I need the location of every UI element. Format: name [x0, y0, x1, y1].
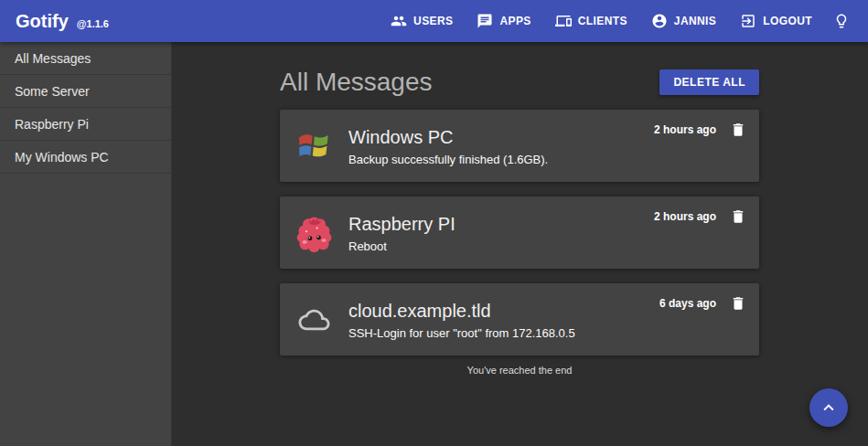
sidebar-item-label: My Windows PC [15, 150, 109, 165]
nav-item-label: USERS [413, 15, 453, 27]
devices-icon [555, 13, 572, 29]
nav-item-label: LOGOUT [763, 15, 812, 27]
nav-item-logout[interactable]: LOGOUT [728, 0, 824, 42]
sidebar-item-all-messages[interactable]: All Messages [0, 42, 171, 75]
windows-logo-icon [295, 126, 334, 165]
sidebar-item-label: Some Server [15, 84, 90, 99]
theme-toggle-button[interactable] [824, 0, 855, 42]
message-title: Windows PC [348, 127, 548, 148]
delete-all-button[interactable]: DELETE ALL [659, 69, 759, 95]
nav-item-label: CLIENTS [578, 15, 627, 27]
message-texts: cloud.example.tld SSH-Login for user "ro… [348, 299, 575, 340]
top-navbar: Gotify @1.1.6 USERS APPS CLIENTS JANNIS … [0, 0, 868, 42]
users-icon [391, 13, 407, 29]
sidebar-item-my-windows-pc[interactable]: My Windows PC [0, 141, 171, 174]
chat-icon [477, 13, 493, 29]
lightbulb-icon [833, 13, 850, 29]
message-texts: Windows PC Backup successfully finished … [348, 125, 548, 166]
message-texts: Raspberry PI Reboot [348, 212, 455, 253]
sidebar-item-label: All Messages [15, 51, 91, 66]
message-timestamp: 6 days ago [659, 297, 716, 310]
message-meta: 6 days ago [659, 295, 746, 312]
message-body: SSH-Login for user "root" from 172.168.0… [348, 326, 575, 340]
page-header: All Messages DELETE ALL [280, 65, 759, 99]
main-area: All Messages DELETE ALL Windows PC Backu… [172, 42, 868, 446]
nav-item-user-jannis[interactable]: JANNIS [639, 0, 728, 42]
message-card-raspberry-pi: Raspberry PI Reboot 2 hours ago [280, 196, 759, 269]
sidebar-item-some-server[interactable]: Some Server [0, 75, 171, 108]
message-title: cloud.example.tld [348, 301, 575, 322]
message-card-windows-pc: Windows PC Backup successfully finished … [280, 110, 759, 182]
sidebar-item-raspberry-pi[interactable]: Raspberry Pi [0, 108, 171, 141]
message-body: Backup successfully finished (1.6GB). [348, 153, 548, 166]
nav-item-apps[interactable]: APPS [465, 0, 542, 42]
nav-item-clients[interactable]: CLIENTS [543, 0, 639, 42]
account-circle-icon [651, 13, 668, 29]
end-of-list-text: You've reached the end [280, 365, 759, 376]
delete-message-button[interactable] [730, 295, 746, 312]
message-timestamp: 2 hours ago [654, 123, 716, 136]
navbar-actions: USERS APPS CLIENTS JANNIS LOGOUT [379, 0, 855, 42]
nav-item-label: JANNIS [674, 15, 716, 27]
raspberry-icon [295, 213, 334, 252]
scroll-to-top-button[interactable] [809, 388, 848, 427]
nav-item-label: APPS [499, 15, 530, 27]
message-timestamp: 2 hours ago [654, 210, 716, 223]
delete-trash-icon [730, 122, 746, 138]
server-sidebar: All Messages Some Server Raspberry Pi My… [0, 42, 172, 446]
logout-icon [740, 13, 756, 29]
delete-trash-icon [730, 208, 746, 225]
scroll-top-chevron-icon [819, 398, 839, 418]
delete-message-button[interactable] [730, 208, 746, 225]
app-title: Gotify [16, 11, 69, 32]
cloud-icon [295, 300, 334, 339]
page-title: All Messages [280, 68, 433, 97]
delete-message-button[interactable] [730, 122, 746, 138]
message-meta: 2 hours ago [654, 208, 746, 225]
sidebar-item-label: Raspberry Pi [15, 117, 89, 132]
nav-item-users[interactable]: USERS [379, 0, 465, 42]
messages-column: All Messages DELETE ALL Windows PC Backu… [280, 65, 759, 376]
message-meta: 2 hours ago [654, 122, 746, 138]
message-title: Raspberry PI [348, 214, 455, 235]
message-body: Reboot [348, 239, 455, 253]
delete-trash-icon [730, 295, 746, 312]
app-version: @1.1.6 [77, 18, 109, 29]
message-card-cloud: cloud.example.tld SSH-Login for user "ro… [280, 283, 759, 356]
